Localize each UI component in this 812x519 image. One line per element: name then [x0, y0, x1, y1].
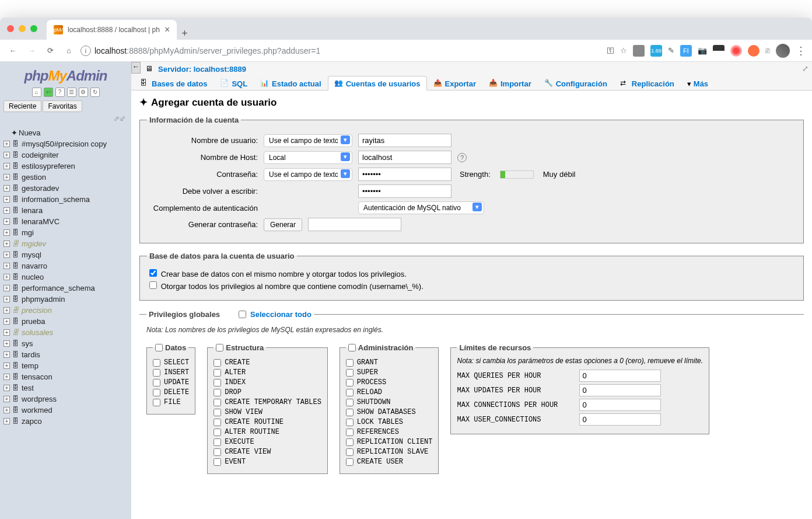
priv-checkbox[interactable] [346, 419, 354, 426]
tree-db-item[interactable]: +🗄gestion [0, 172, 131, 183]
db-opt1[interactable]: Crear base de datos con el mismo nombre … [147, 267, 796, 278]
home-button[interactable]: ⌂ [62, 44, 76, 58]
tree-db-item[interactable]: +🗄wordpress [0, 393, 131, 405]
priv-checkbox[interactable] [346, 429, 354, 436]
priv-checkbox[interactable] [214, 369, 221, 377]
tab-export[interactable]: 📤Exportar [427, 76, 482, 90]
hostname-input[interactable] [358, 151, 452, 164]
hostname-type-select[interactable]: Local [264, 151, 352, 164]
docs-icon[interactable]: ? [55, 88, 65, 97]
select-all-link[interactable]: Seleccionar todo [250, 310, 312, 319]
extension-icon[interactable] [748, 45, 760, 57]
tree-db-item[interactable]: +🗄phpmyadmin [0, 294, 131, 305]
tree-db-item[interactable]: +🗄sys [0, 338, 131, 349]
window-maximize[interactable] [30, 25, 37, 32]
back-button[interactable]: ← [6, 44, 20, 58]
username-type-select[interactable]: Use el campo de texto: [264, 134, 352, 147]
tree-db-item[interactable]: +🗄#mysql50#precision copy [0, 138, 131, 149]
tree-db-item[interactable]: +🗄estilosypreferen [0, 161, 131, 172]
priv-item[interactable]: CREATE VIEW [214, 448, 321, 456]
sidebar-collapse[interactable]: ← [131, 62, 141, 74]
generated-password-input[interactable] [308, 218, 401, 231]
priv-checkbox[interactable] [214, 409, 221, 416]
priv-checkbox[interactable] [153, 379, 160, 386]
priv-item[interactable]: SHOW VIEW [214, 408, 321, 416]
username-input[interactable] [358, 134, 452, 147]
expand-icon[interactable]: + [4, 340, 10, 347]
favorites-tab[interactable]: Favoritas [43, 100, 82, 112]
expand-icon[interactable]: + [4, 263, 10, 269]
address-bar[interactable]: i localhost:8888/phpMyAdmin/server_privi… [80, 46, 602, 56]
db-opt2[interactable]: Otorgar todos los privilegios al nombre … [147, 280, 796, 291]
new-tab-button[interactable]: + [181, 27, 188, 40]
priv-checkbox[interactable] [346, 389, 354, 396]
settings-icon[interactable]: ⚙ [79, 88, 88, 97]
priv-checkbox[interactable] [153, 389, 160, 396]
menu-icon[interactable]: ⋮ [796, 44, 806, 57]
data-group-checkbox[interactable] [155, 344, 163, 351]
expand-icon[interactable]: + [4, 418, 10, 424]
priv-item[interactable]: DROP [214, 388, 321, 396]
priv-item[interactable]: FILE [153, 398, 189, 406]
priv-checkbox[interactable] [346, 379, 354, 386]
expand-icon[interactable]: + [4, 363, 10, 369]
eyedropper-icon[interactable]: ✎ [668, 46, 674, 55]
retype-input[interactable] [358, 184, 452, 198]
admin-group-checkbox[interactable] [348, 344, 356, 351]
priv-checkbox[interactable] [214, 379, 221, 386]
browser-tab[interactable]: pMA localhost:8888 / localhost | ph × [47, 20, 177, 40]
expand-icon[interactable]: + [4, 218, 10, 225]
tree-db-item[interactable]: +🗄tensacon [0, 371, 131, 382]
priv-checkbox[interactable] [214, 458, 221, 466]
expand-icon[interactable]: + [4, 241, 10, 247]
priv-checkbox[interactable] [153, 369, 160, 377]
expand-icon[interactable]: + [4, 229, 10, 236]
authplugin-select[interactable]: Autenticación de MySQL nativo [358, 201, 484, 214]
expand-icon[interactable]: + [4, 174, 10, 180]
priv-checkbox[interactable] [346, 438, 354, 446]
tree-db-item[interactable]: +🗄information_schema [0, 194, 131, 205]
tree-db-item[interactable]: +🗄lenara [0, 205, 131, 216]
priv-item[interactable]: LOCK TABLES [346, 418, 433, 426]
expand-icon[interactable]: + [4, 274, 10, 280]
priv-item[interactable]: UPDATE [153, 378, 189, 386]
expand-icon[interactable]: + [4, 307, 10, 314]
password-input[interactable] [358, 168, 452, 181]
forward-button[interactable]: → [24, 44, 38, 58]
tab-replication[interactable]: ⇄Replicación [614, 76, 681, 90]
priv-checkbox[interactable] [214, 389, 221, 396]
tree-db-item[interactable]: +🗄lenaraMVC [0, 216, 131, 227]
priv-item[interactable]: ALTER ROUTINE [214, 428, 321, 436]
priv-item[interactable]: SHUTDOWN [346, 398, 433, 406]
expand-icon[interactable]: + [4, 207, 10, 214]
tree-db-item[interactable]: +🗄tardis [0, 349, 131, 360]
key-icon[interactable]: ⚿ [607, 46, 614, 55]
expand-icon[interactable]: + [4, 152, 10, 158]
priv-item[interactable]: EXECUTE [214, 438, 321, 446]
star-icon[interactable]: ☆ [620, 46, 627, 55]
tree-db-item[interactable]: +🗄codeigniter [0, 149, 131, 161]
expand-icon[interactable]: + [4, 185, 10, 191]
expand-icon[interactable]: + [4, 141, 10, 147]
camera-icon[interactable]: 📷 [698, 46, 707, 55]
tree-db-item[interactable]: +🗄solusales [0, 327, 131, 338]
priv-checkbox[interactable] [346, 409, 354, 416]
home-icon[interactable]: ⌂ [32, 88, 41, 97]
expand-icon[interactable]: + [4, 407, 10, 413]
reload-icon[interactable]: ↻ [90, 88, 100, 97]
tree-db-item[interactable]: +🗄nucleo [0, 271, 131, 283]
priv-checkbox[interactable] [346, 448, 354, 456]
priv-item[interactable]: CREATE TEMPORARY TABLES [214, 398, 321, 406]
priv-checkbox[interactable] [153, 399, 160, 406]
priv-checkbox[interactable] [214, 359, 221, 367]
expand-icon[interactable]: + [4, 351, 10, 358]
tree-db-item[interactable]: +🗄mysql [0, 249, 131, 260]
select-all-checkbox[interactable] [239, 311, 246, 318]
priv-item[interactable]: INDEX [214, 378, 321, 386]
generate-button[interactable]: Generar [264, 218, 302, 231]
panel-collapse-icon[interactable]: ⤢ [802, 64, 808, 73]
db-opt1-checkbox[interactable] [149, 269, 157, 277]
tab-settings[interactable]: 🔧Configuración [538, 76, 614, 90]
extension-icon[interactable]: FI [680, 45, 692, 57]
tree-db-item[interactable]: +🗄temp [0, 360, 131, 371]
